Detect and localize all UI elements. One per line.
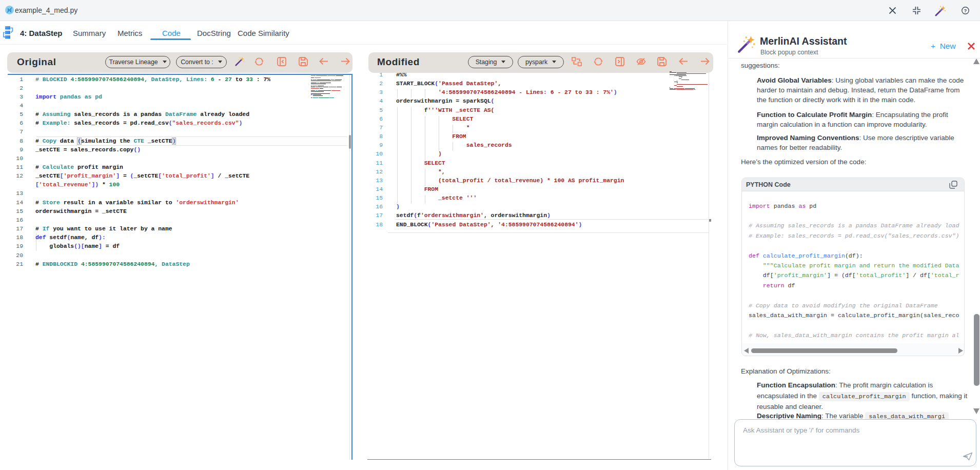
svg-text:?: ? (964, 8, 967, 13)
